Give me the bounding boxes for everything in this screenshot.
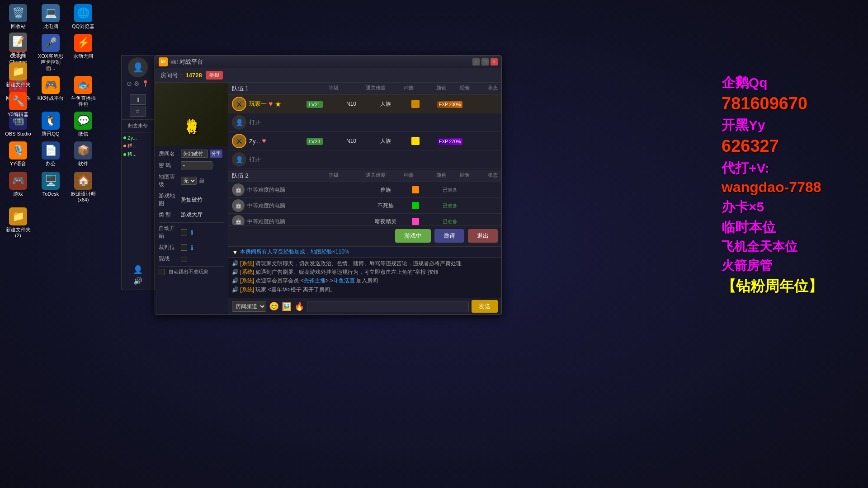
overlay-line-10: 火箭房管 [722, 256, 823, 275]
desktop-icon-xox[interactable]: 🎤 XOX客所思声卡控制面... [35, 32, 66, 73]
player1-color [411, 100, 420, 108]
report-button[interactable]: 举报 [206, 71, 223, 80]
friends-list: Zy... 稀... 稀... [122, 134, 154, 159]
chat-area: 🔊 [系统] 请玩家文明聊天，切勿发送政治、色情、赌博、辱骂等违规言论，违规者必… [228, 257, 501, 298]
left-sidebar: 势如破竹 房间名 分字 密 码 地图等级 [155, 83, 228, 314]
playing-button[interactable]: 游戏中 [395, 229, 431, 243]
desktop-icon-qqtx[interactable]: 🐧 腾讯QQ [35, 110, 66, 139]
open-slot-2[interactable]: 打开 [249, 155, 498, 164]
team2-player-3: 🤖 中等难度的电脑 暗夜精灵 已准备 [228, 214, 501, 225]
team1-open-1: 👤 打开 [228, 113, 501, 132]
player2-name: Zy... [249, 138, 260, 145]
password-input[interactable] [181, 161, 212, 169]
chat-line-2: 🔊 [系统] 如遇到广告刷屏、贩卖游戏外挂等违规行为，可立即点击左上角的"举报"… [232, 268, 498, 277]
team2-player-2: 🤖 中等难度的电脑 不死族 已准备 [228, 198, 501, 214]
mode-label: 归去来兮 [127, 122, 149, 130]
open-slot-1[interactable]: 打开 [249, 118, 498, 127]
auto-kick-toggle[interactable] [159, 269, 165, 275]
player2-level: LV23 [307, 138, 323, 145]
send-button[interactable]: 发送 [472, 300, 498, 313]
chat-line-4: 🔊 [系统] 玩家 <嘉年华>橙子 离开了房间。 [232, 286, 498, 294]
action-buttons: 游戏中 邀请 退出 [228, 225, 501, 246]
overlay-line-9: 飞机全天本位 [722, 237, 823, 256]
game-map-value: 势如破竹 [181, 196, 224, 204]
chat-input-bar: 房间频道 😊 🖼️ 🔥 发送 [228, 298, 501, 314]
referee-info[interactable]: ℹ [191, 244, 193, 251]
desktop-icon-notepad[interactable]: 📝 单子号 [2, 31, 34, 60]
room-number-value: 14728 [186, 72, 202, 79]
observe-toggle[interactable] [181, 256, 187, 262]
team1-player-1: ⚔ 玩家一 ♥ ★ LV21 N10 人族 [228, 95, 501, 113]
desktop-icon-yy[interactable]: 🎙️ YY语音 [2, 140, 34, 169]
minimize-button[interactable]: － [472, 58, 480, 66]
map-level-select[interactable]: 无 [181, 177, 197, 185]
player2-heart: ♥ [262, 137, 266, 145]
emoji-icon[interactable]: 😊 [269, 301, 279, 311]
desktop-icon-qq[interactable]: 🌐 QQ浏览器 [67, 2, 99, 31]
volume-icon[interactable]: 🔊 [133, 277, 142, 285]
info-bar: ▼ 本房间所有人享受经验加成，地图经验×110% [228, 246, 501, 257]
player1-race: 人族 [372, 100, 399, 108]
main-content: 势如破竹 房间名 分字 密 码 地图等级 [155, 83, 501, 314]
maximize-button[interactable]: □ [481, 58, 489, 66]
mode-btn[interactable]: || [130, 94, 146, 105]
desktop-icon-yongdong[interactable]: ⚡ 永动无间 [67, 32, 99, 73]
room-settings: 房间名 分字 密 码 地图等级 无 级 [155, 146, 228, 314]
desktop-icon-newfile2[interactable]: 📁 新建文件夹(2) [2, 206, 34, 240]
user-avatar[interactable]: 👤 [128, 57, 148, 77]
overlay-line-7: 办卡×5 [722, 197, 823, 217]
overlay-line-11: 【钻粉周年位】 [722, 275, 823, 297]
cpu1-name: 中等难度的电脑 [247, 186, 296, 194]
lightning-icon[interactable]: 🔥 [294, 301, 304, 311]
image-icon[interactable]: 🖼️ [282, 301, 292, 311]
room-name-input[interactable] [181, 150, 208, 158]
desktop-icon-ouxin[interactable]: 🏠 欧派设计师(x64) [67, 170, 99, 205]
desktop-icon-y3[interactable]: 🔧 Y3编辑器 1.0 [2, 90, 34, 125]
team1-open-2: 👤 打开 [228, 150, 501, 169]
kk-window: kk kk! 对战平台 － □ × 房间号： 14728 举报 势如破竹 [155, 55, 502, 315]
desktop: 🗑️ 回收站 💻 此电脑 🌐 QQ浏览器 🌐 Google Chrome 🎤 X… [0, 0, 868, 488]
player1-heart: ♥ [269, 100, 273, 108]
invite-button[interactable]: 邀请 [434, 229, 464, 243]
room-name-confirm-btn[interactable]: 分字 [210, 150, 222, 158]
home-icon[interactable]: ⊙ [127, 80, 132, 87]
desktop-icon-huisu[interactable]: 🗑️ 回收站 [2, 2, 34, 31]
avatar-bottom-icon[interactable]: 👤 [133, 265, 143, 275]
mode-section: || □ [128, 93, 148, 117]
auto-start-info[interactable]: ℹ [191, 229, 193, 236]
location-icon[interactable]: 📍 [142, 80, 149, 87]
desktop-icon-office[interactable]: 📄 办公 [35, 140, 66, 169]
desktop-icon-newfolder[interactable]: 📁 新建文件夹 [2, 61, 34, 89]
desktop-icon-kk[interactable]: 🎮 KK对战平台 [35, 74, 66, 109]
referee-toggle[interactable] [181, 244, 187, 251]
desktop-icon-software[interactable]: 📦 软件 [67, 140, 99, 169]
desktop-icon-game[interactable]: 🎮 游戏 [2, 170, 34, 205]
overlay-line-2: 781609670 [722, 93, 823, 115]
info-icon: ▼ [232, 249, 238, 256]
player2-race: 人族 [372, 137, 399, 145]
player1-difficulty: N10 [333, 101, 369, 107]
desktop-icon-pc[interactable]: 💻 此电脑 [35, 2, 66, 31]
kk-logo: kk [159, 57, 168, 66]
auto-kick-label: 自动踢出不准玩家 [169, 268, 208, 275]
player1-star: ★ [275, 100, 281, 108]
auto-start-toggle[interactable] [181, 229, 187, 235]
desktop-icon-wechat[interactable]: 💬 微信 [67, 110, 99, 139]
anchor-link[interactable]: 先锋主播 [304, 277, 326, 284]
settings-icon[interactable]: ⚙ [134, 80, 140, 87]
overlay-line-1: 企鹅Qq [722, 72, 823, 93]
desktop-icon-douyu[interactable]: 🐟 斗鱼直播插件包 [67, 74, 99, 109]
mini-sidebar: 👤 ⊙ ⚙ 📍 || □ 归去来兮 Zy... 稀... [121, 55, 155, 290]
team2-header: 队伍 2 等级 通关难度 种族 颜色 经验 状态 [228, 170, 501, 182]
desktop-icon-todesk[interactable]: 🖥️ ToDesk [35, 170, 66, 205]
exit-button[interactable]: 退出 [468, 229, 498, 243]
mode-btn2[interactable]: □ [130, 106, 146, 117]
player1-level: LV21 [307, 101, 323, 108]
team-area: 队伍 1 等级 通关难度 种族 颜色 经验 状态 ⚔ 玩家一 [228, 83, 501, 314]
player2-color [411, 137, 420, 145]
channel-select[interactable]: 房间频道 [232, 301, 266, 312]
overlay-line-3: 开黑Yy [722, 115, 823, 135]
overlay-line-8: 临时本位 [722, 217, 823, 237]
chat-text-input[interactable] [307, 301, 469, 312]
close-button[interactable]: × [491, 58, 498, 66]
